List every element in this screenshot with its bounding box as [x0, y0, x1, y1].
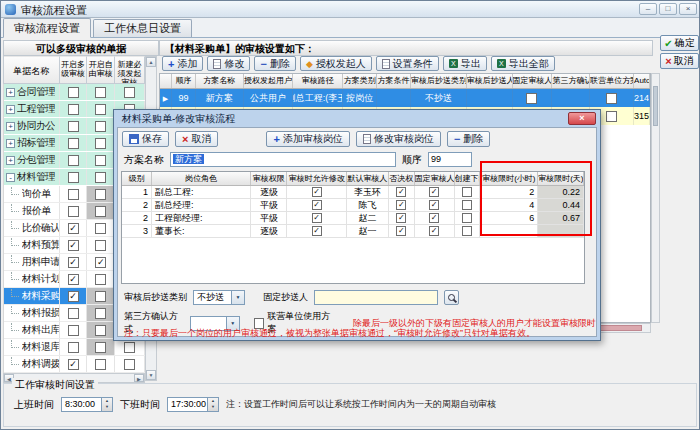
scroll-right-icon[interactable] [134, 374, 144, 382]
cc-type-dropdown[interactable]: 不抄送 [193, 290, 245, 305]
checkbox-icon[interactable] [95, 359, 106, 370]
checkbox-icon[interactable] [95, 240, 106, 251]
scheme-name-input[interactable]: 新方案 [170, 152, 396, 167]
checkbox-icon[interactable] [95, 274, 106, 285]
checkbox-icon[interactable] [526, 93, 537, 104]
checkbox-icon[interactable] [95, 121, 106, 132]
checkbox-checked-icon[interactable]: ✓ [429, 213, 439, 223]
checkbox-icon[interactable] [95, 206, 106, 217]
dialog-cancel-button[interactable]: 取消 [175, 131, 218, 147]
dialog-close-icon[interactable] [568, 112, 596, 125]
toolbar-edit-button[interactable]: 修改 [207, 56, 250, 71]
save-button[interactable]: 保存 [122, 131, 169, 147]
checkbox-checked-icon[interactable]: ✓ [429, 226, 439, 236]
checkbox-icon[interactable] [95, 155, 106, 166]
toolbar-excel-button[interactable]: 导出全部 [491, 56, 555, 71]
checkbox-checked-icon[interactable]: ✓ [396, 200, 406, 210]
checkbox-icon[interactable] [124, 342, 135, 353]
add-audit-post-button[interactable]: 添加审核岗位 [266, 131, 349, 147]
expand-icon[interactable]: + [6, 122, 15, 131]
start-time-input[interactable]: 8:30:00 [61, 397, 113, 412]
scroll-down-icon[interactable] [146, 370, 156, 380]
checkbox-icon[interactable] [124, 359, 135, 370]
modify-audit-post-button[interactable]: 修改审核岗位 [356, 131, 441, 147]
ok-button[interactable]: 确定 [660, 35, 699, 51]
scroll-up-icon[interactable] [146, 57, 156, 67]
checkbox-icon[interactable] [68, 121, 79, 132]
checkbox-icon[interactable] [95, 291, 106, 302]
checkbox-icon[interactable] [68, 104, 79, 115]
chevron-down-icon[interactable] [231, 291, 244, 304]
checkbox-icon[interactable] [68, 155, 79, 166]
checkbox-checked-icon[interactable]: ✓ [312, 226, 322, 236]
tab-1[interactable]: 工作休息日设置 [93, 19, 192, 37]
minimize-icon[interactable] [639, 3, 657, 15]
toolbar-edit-button[interactable]: 设置条件 [376, 56, 439, 71]
checkbox-icon[interactable] [95, 138, 106, 149]
collapse-icon[interactable]: - [6, 173, 15, 182]
order-input[interactable]: 99 [428, 152, 472, 167]
table-row[interactable]: ▶99新方案公共用户副总工程:(李玉:按岗位不抄送214 [160, 89, 650, 107]
table-vertical-scrollbar[interactable] [651, 73, 660, 323]
close-icon[interactable] [679, 3, 697, 15]
expand-icon[interactable]: + [6, 105, 15, 114]
checkbox-icon[interactable] [462, 200, 472, 210]
checkbox-icon[interactable] [68, 206, 79, 217]
checkbox-checked-icon[interactable]: ✓ [68, 274, 79, 285]
toolbar-key-button[interactable]: 授权发起人 [300, 56, 372, 71]
checkbox-icon[interactable] [462, 226, 472, 236]
checkbox-icon[interactable] [68, 308, 79, 319]
checkbox-checked-icon[interactable]: ✓ [312, 187, 322, 197]
checkbox-icon[interactable] [68, 172, 79, 183]
spinner-icon[interactable] [207, 398, 218, 411]
checkbox-icon[interactable] [606, 111, 617, 122]
checkbox-icon[interactable] [68, 325, 79, 336]
tab-0[interactable]: 审核流程设置 [3, 18, 91, 38]
checkbox-icon[interactable] [95, 325, 106, 336]
checkbox-icon[interactable] [95, 87, 106, 98]
spinner-icon[interactable] [101, 398, 112, 411]
checkbox-checked-icon[interactable]: ✓ [95, 257, 106, 268]
checkbox-checked-icon[interactable]: ✓ [396, 213, 406, 223]
checkbox-icon[interactable] [95, 342, 106, 353]
toolbar-excel-button[interactable]: 导出 [443, 56, 487, 71]
expand-icon[interactable]: + [6, 156, 15, 165]
checkbox-icon[interactable] [68, 342, 79, 353]
checkbox-icon[interactable] [68, 87, 79, 98]
checkbox-checked-icon[interactable]: ✓ [68, 291, 79, 302]
checkbox-icon[interactable] [95, 189, 106, 200]
fixed-cc-input[interactable] [314, 290, 438, 305]
toolbar-plus-button[interactable]: 添加 [162, 56, 203, 71]
tree-row[interactable]: 材料调拨单✓ [4, 356, 145, 373]
delete-audit-post-button[interactable]: 删除 [447, 131, 490, 147]
browse-person-button[interactable] [444, 290, 459, 305]
tree-row[interactable]: +合同管理 [4, 84, 145, 101]
scrollbar-thumb[interactable] [653, 86, 658, 126]
checkbox-checked-icon[interactable]: ✓ [68, 257, 79, 268]
checkbox-checked-icon[interactable]: ✓ [312, 213, 322, 223]
checkbox-checked-icon[interactable]: ✓ [429, 200, 439, 210]
toolbar-minus-button[interactable]: 删除 [254, 56, 295, 71]
checkbox-checked-icon[interactable]: ✓ [68, 223, 79, 234]
checkbox-icon[interactable] [95, 308, 106, 319]
cancel-button[interactable]: 取消 [660, 53, 699, 69]
checkbox-checked-icon[interactable]: ✓ [68, 359, 79, 370]
expand-icon[interactable]: + [6, 139, 15, 148]
checkbox-checked-icon[interactable]: ✓ [312, 200, 322, 210]
checkbox-checked-icon[interactable]: ✓ [396, 226, 406, 236]
checkbox-icon[interactable] [462, 187, 472, 197]
checkbox-checked-icon[interactable]: ✓ [429, 187, 439, 197]
checkbox-icon[interactable] [95, 223, 106, 234]
expand-icon[interactable]: + [6, 88, 15, 97]
scrollbar-thumb[interactable] [598, 325, 642, 331]
checkbox-icon[interactable] [462, 213, 472, 223]
checkbox-icon[interactable] [68, 189, 79, 200]
checkbox-checked-icon[interactable]: ✓ [396, 187, 406, 197]
checkbox-icon[interactable] [606, 93, 617, 104]
maximize-icon[interactable] [659, 3, 677, 15]
checkbox-icon[interactable] [95, 104, 106, 115]
checkbox-checked-icon[interactable]: ✓ [68, 240, 79, 251]
tree-row[interactable]: 材料退库单 [4, 339, 145, 356]
checkbox-icon[interactable] [124, 87, 135, 98]
end-time-input[interactable]: 17:30:00 [167, 397, 219, 412]
